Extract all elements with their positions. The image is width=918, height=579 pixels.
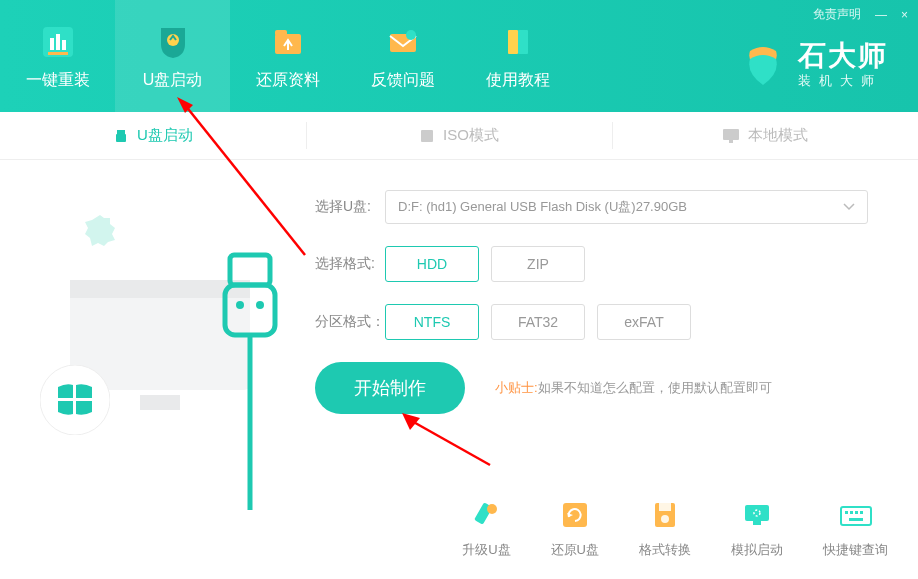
svg-rect-22 <box>225 285 275 335</box>
windows-decor-icon <box>40 365 110 435</box>
tool-shortcut-query[interactable]: 快捷键查询 <box>823 497 888 559</box>
nav-label: U盘启动 <box>143 70 203 91</box>
brand: 石大师 装机大师 <box>740 42 888 90</box>
header: 免责声明 — × 一键重装 U盘启动 还原资料 反馈问题 <box>0 0 918 112</box>
svg-point-30 <box>661 515 669 523</box>
svg-rect-21 <box>230 255 270 285</box>
format-hdd-option[interactable]: HDD <box>385 246 479 282</box>
tool-restore-usb[interactable]: 还原U盘 <box>551 497 599 559</box>
envelope-icon <box>383 22 423 62</box>
svg-rect-31 <box>745 505 769 521</box>
svg-rect-34 <box>841 507 871 525</box>
format-label: 选择格式: <box>315 255 385 273</box>
svg-rect-37 <box>855 511 858 514</box>
usb-cable-icon <box>210 250 290 520</box>
subtab-label: ISO模式 <box>443 126 499 145</box>
subtabs: U盘启动 ISO模式 本地模式 <box>0 112 918 160</box>
svg-rect-39 <box>849 518 863 521</box>
disk-icon <box>647 497 683 533</box>
svg-rect-27 <box>563 503 587 527</box>
svg-rect-29 <box>659 503 671 511</box>
title-bar: 免责声明 — × <box>813 6 908 23</box>
bar-chart-icon <box>38 22 78 62</box>
keyboard-icon <box>838 497 874 533</box>
subtab-label: U盘启动 <box>137 126 193 145</box>
content: 选择U盘: D:F: (hd1) General USB Flash Disk … <box>0 160 918 490</box>
svg-rect-35 <box>845 511 848 514</box>
tool-format-convert[interactable]: 格式转换 <box>639 497 691 559</box>
svg-point-20 <box>40 365 110 435</box>
nav-label: 反馈问题 <box>371 70 435 91</box>
disk-label: 选择U盘: <box>315 198 385 216</box>
disk-select[interactable]: D:F: (hd1) General USB Flash Disk (U盘)27… <box>385 190 868 224</box>
svg-rect-16 <box>729 140 733 143</box>
nav-one-click-reinstall[interactable]: 一键重装 <box>0 0 115 112</box>
nav-tutorial[interactable]: 使用教程 <box>460 0 575 112</box>
iso-icon <box>419 128 435 144</box>
tool-label: 模拟启动 <box>731 541 783 559</box>
usb-upgrade-icon <box>468 497 504 533</box>
tool-label: 升级U盘 <box>462 541 510 559</box>
svg-rect-19 <box>140 395 180 410</box>
partition-ntfs-option[interactable]: NTFS <box>385 304 479 340</box>
close-button[interactable]: × <box>901 8 908 22</box>
minimize-button[interactable]: — <box>875 8 887 22</box>
brand-logo-icon <box>740 43 786 89</box>
svg-rect-38 <box>860 511 863 514</box>
svg-rect-10 <box>508 30 518 54</box>
book-icon <box>498 22 538 62</box>
footer-tools: 升级U盘 还原U盘 格式转换 模拟启动 快捷键查询 <box>462 497 888 559</box>
subtab-usb-boot[interactable]: U盘启动 <box>0 112 306 159</box>
restore-icon <box>557 497 593 533</box>
tip-text: 小贴士:如果不知道怎么配置，使用默认配置即可 <box>495 379 772 397</box>
svg-rect-36 <box>850 511 853 514</box>
tool-label: 还原U盘 <box>551 541 599 559</box>
subtab-label: 本地模式 <box>748 126 808 145</box>
subtab-iso[interactable]: ISO模式 <box>306 112 612 159</box>
svg-rect-3 <box>62 40 66 50</box>
svg-rect-32 <box>753 521 761 525</box>
monitor-icon <box>722 128 740 144</box>
svg-rect-14 <box>421 130 433 142</box>
chevron-down-icon <box>843 203 855 211</box>
partition-exfat-option[interactable]: exFAT <box>597 304 691 340</box>
form: 选择U盘: D:F: (hd1) General USB Flash Disk … <box>315 190 918 490</box>
brand-subtitle: 装机大师 <box>798 72 888 90</box>
disclaimer-link[interactable]: 免责声明 <box>813 6 861 23</box>
gear-decor-icon <box>80 210 120 250</box>
tool-upgrade-usb[interactable]: 升级U盘 <box>462 497 510 559</box>
svg-rect-13 <box>116 134 126 142</box>
svg-rect-12 <box>117 130 125 134</box>
partition-label: 分区格式： <box>315 313 385 331</box>
partition-fat32-option[interactable]: FAT32 <box>491 304 585 340</box>
usb-icon <box>113 128 129 144</box>
nav-label: 使用教程 <box>486 70 550 91</box>
start-button[interactable]: 开始制作 <box>315 362 465 414</box>
svg-point-24 <box>256 301 264 309</box>
subtab-local[interactable]: 本地模式 <box>612 112 918 159</box>
svg-point-9 <box>406 30 416 40</box>
shield-usb-icon <box>153 22 193 62</box>
format-zip-option[interactable]: ZIP <box>491 246 585 282</box>
nav-label: 一键重装 <box>26 70 90 91</box>
illustration <box>0 190 315 490</box>
svg-rect-7 <box>275 30 287 36</box>
nav-usb-boot[interactable]: U盘启动 <box>115 0 230 112</box>
tool-label: 格式转换 <box>639 541 691 559</box>
svg-rect-1 <box>50 38 54 50</box>
tip-prefix: 小贴士: <box>495 380 538 395</box>
brand-title: 石大师 <box>798 42 888 70</box>
nav-feedback[interactable]: 反馈问题 <box>345 0 460 112</box>
nav-restore-data[interactable]: 还原资料 <box>230 0 345 112</box>
tool-simulate-boot[interactable]: 模拟启动 <box>731 497 783 559</box>
svg-point-23 <box>236 301 244 309</box>
tool-label: 快捷键查询 <box>823 541 888 559</box>
nav: 一键重装 U盘启动 还原资料 反馈问题 使用教程 <box>0 0 575 112</box>
simulate-icon <box>739 497 775 533</box>
svg-rect-15 <box>723 129 739 140</box>
disk-value: D:F: (hd1) General USB Flash Disk (U盘)27… <box>398 198 687 216</box>
svg-rect-4 <box>48 52 68 55</box>
svg-point-26 <box>487 504 497 514</box>
svg-rect-2 <box>56 34 60 50</box>
svg-rect-11 <box>518 30 528 54</box>
